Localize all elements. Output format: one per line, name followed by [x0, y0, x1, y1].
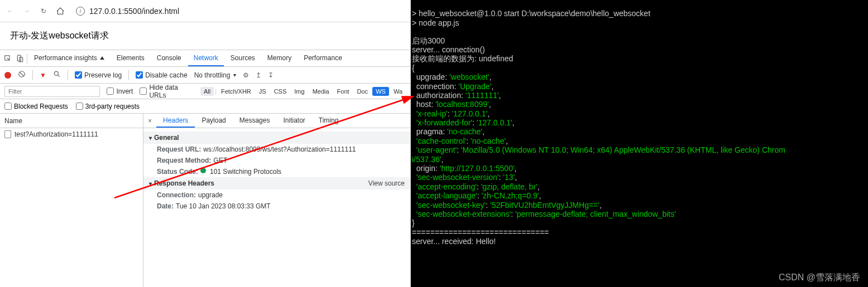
tab-headers[interactable]: Headers: [156, 114, 195, 128]
disable-cache-checkbox[interactable]: Disable cache: [136, 71, 187, 79]
chip-wasm[interactable]: Wa: [390, 87, 406, 96]
forward-button[interactable]: →: [21, 6, 32, 17]
tab-initiator[interactable]: Initiator: [276, 114, 311, 128]
device-toggle-icon[interactable]: [15, 53, 26, 64]
preserve-log-checkbox[interactable]: Preserve log: [75, 71, 122, 79]
devtools-panel: Performance insights Elements Console Ne…: [0, 50, 410, 287]
filter-icon[interactable]: ▼: [40, 71, 46, 79]
reload-button[interactable]: ↻: [38, 6, 49, 17]
view-source-link[interactable]: View source: [368, 179, 405, 187]
search-icon[interactable]: [53, 70, 61, 80]
tab-console[interactable]: Console: [151, 50, 187, 66]
terminal: > hello_websocket@1.0.0 start D:\workspa…: [411, 0, 868, 287]
close-detail-button[interactable]: ×: [143, 117, 156, 125]
response-headers-section[interactable]: Response HeadersView source: [143, 177, 410, 189]
devtools-tabs: Performance insights Elements Console Ne…: [0, 50, 410, 67]
network-body: Name test?Authorization=1111111 × Header…: [0, 114, 410, 287]
watermark: CSDN @雪落满地香: [779, 273, 860, 283]
back-button[interactable]: ←: [4, 6, 16, 17]
request-list: Name test?Authorization=1111111: [0, 114, 143, 287]
type-filters: All | Fetch/XHR JS CSS Img Media Font Do…: [200, 87, 406, 96]
clear-button[interactable]: [18, 70, 26, 80]
upload-icon[interactable]: ↥: [256, 71, 261, 79]
chip-doc[interactable]: Doc: [354, 87, 372, 96]
request-url-value: ws://localhost:8099/ws/test?Authorizatio…: [203, 145, 356, 153]
invert-checkbox[interactable]: Invert: [107, 87, 133, 95]
blocked-checkbox[interactable]: Blocked Requests: [4, 103, 68, 110]
wifi-icon[interactable]: ⚙: [243, 71, 249, 79]
browser-toolbar: ← → ↻ i 127.0.0.1:5500/index.html: [0, 0, 410, 22]
chip-fetch[interactable]: Fetch/XHR: [218, 87, 255, 96]
request-row[interactable]: test?Authorization=1111111: [0, 128, 143, 140]
status-code-value: 101 Switching Protocols: [210, 168, 281, 176]
hide-urls-checkbox[interactable]: Hide data URLs: [140, 84, 193, 99]
tab-elements[interactable]: Elements: [111, 50, 150, 66]
filter-row: Invert Hide data URLs All | Fetch/XHR JS…: [0, 84, 410, 99]
chip-css[interactable]: CSS: [271, 87, 290, 96]
filter-row-2: Blocked Requests 3rd-party requests: [0, 99, 410, 114]
home-button[interactable]: [55, 6, 66, 17]
filter-input[interactable]: [4, 86, 100, 97]
chip-js[interactable]: JS: [256, 87, 270, 96]
tab-memory[interactable]: Memory: [262, 50, 297, 66]
tab-messages[interactable]: Messages: [233, 114, 277, 128]
file-icon: [4, 130, 11, 138]
request-name-text: test?Authorization=1111111: [15, 130, 98, 138]
inspect-icon[interactable]: [2, 53, 13, 64]
chip-font[interactable]: Font: [334, 87, 353, 96]
general-section[interactable]: General: [143, 132, 410, 144]
download-icon[interactable]: ↧: [268, 71, 274, 79]
tab-sources[interactable]: Sources: [225, 50, 261, 66]
svg-point-4: [54, 71, 58, 75]
request-detail: × Headers Payload Messages Initiator Tim…: [143, 114, 410, 287]
network-toolbar: ▼ Preserve log Disable cache No throttli…: [0, 67, 410, 84]
address-bar[interactable]: i 127.0.0.1:5500/index.html: [71, 3, 406, 19]
thirdparty-checkbox[interactable]: 3rd-party requests: [76, 103, 140, 110]
tab-timing[interactable]: Timing: [312, 114, 346, 128]
chip-img[interactable]: Img: [291, 87, 308, 96]
tab-network[interactable]: Network: [188, 50, 224, 66]
site-info-icon[interactable]: i: [76, 7, 85, 16]
request-method-value: GET: [213, 157, 227, 164]
status-dot-icon: [200, 168, 206, 173]
tab-performance[interactable]: Performance: [298, 50, 348, 66]
record-button[interactable]: [4, 72, 11, 79]
page-text: 开动-发送websocket请求: [10, 31, 109, 40]
chip-ws[interactable]: WS: [372, 87, 389, 96]
url-text: 127.0.0.1:5500/index.html: [89, 7, 179, 16]
chip-all[interactable]: All: [200, 87, 214, 96]
name-header: Name: [0, 114, 143, 128]
page-body: 开动-发送websocket请求: [0, 22, 410, 50]
throttling-select[interactable]: No throttling: [194, 71, 237, 79]
chip-media[interactable]: Media: [309, 87, 333, 96]
tab-payload[interactable]: Payload: [195, 114, 232, 128]
tab-perf-insights[interactable]: Performance insights: [28, 50, 110, 66]
